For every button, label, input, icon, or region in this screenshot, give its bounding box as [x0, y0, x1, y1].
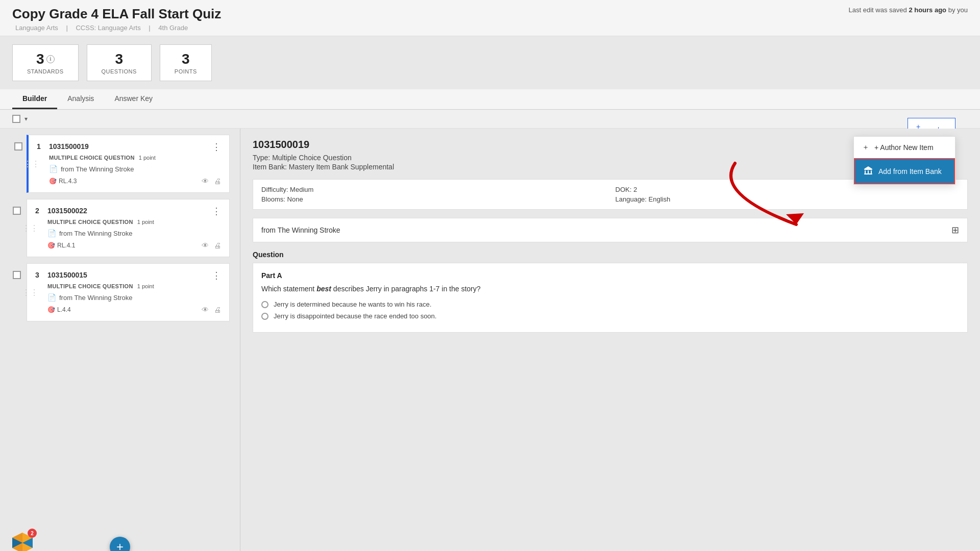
question-card-3[interactable]: ⋮⋮ 3 1031500015 ⋮ MULTIPLE CHOICE QUESTI…	[27, 263, 230, 321]
radio-2[interactable]	[261, 313, 268, 320]
preview-icon-2[interactable]: 👁	[202, 241, 209, 249]
detail-difficulty: Difficulty: Medium	[261, 186, 605, 193]
plus-icon: ＋	[862, 143, 869, 152]
question-section-title: Question	[253, 251, 968, 259]
tab-builder[interactable]: Builder	[12, 89, 57, 109]
svg-rect-2	[868, 170, 869, 173]
subtitle-part-3: 4th Grade	[158, 24, 188, 32]
page-subtitle: Language Arts | CCSS: Language Arts | 4t…	[12, 24, 968, 32]
bank-icon	[863, 165, 873, 177]
last-saved-info: Last edit was saved 2 hours ago by you	[849, 6, 968, 14]
question-list-panel: ⋮⋮ 1 1031500019 ⋮ MULTIPLE CHOICE QUESTI…	[0, 129, 240, 551]
card-3-menu-icon[interactable]: ⋮	[212, 271, 221, 280]
document-icon: 📄	[49, 165, 58, 173]
passage-box: from The Winning Stroke ⊞	[253, 218, 968, 242]
card-2-actions: 👁 🖨	[202, 241, 221, 249]
part-title: Part A	[261, 271, 959, 280]
chevron-down-icon[interactable]: ▾	[24, 115, 28, 122]
card-2-header: 2 1031500022 ⋮	[35, 207, 221, 216]
svg-rect-1	[865, 170, 866, 173]
card-3-standard: 🎯 L.4.4	[47, 306, 71, 313]
logo-area: 2	[10, 531, 35, 551]
tab-analysis[interactable]: Analysis	[57, 89, 104, 109]
card-2-standard: 🎯 RL.4.1	[47, 242, 75, 249]
add-question-button[interactable]: +	[110, 537, 130, 551]
detail-blooms: Blooms: None	[261, 195, 605, 203]
drag-handle-2[interactable]: ⋮⋮	[22, 223, 38, 233]
card-3-actions: 👁 🖨	[202, 306, 221, 314]
question-card-2[interactable]: ⋮⋮ 2 1031500022 ⋮ MULTIPLE CHOICE QUESTI…	[27, 199, 230, 257]
expand-icon[interactable]: ⊞	[951, 224, 959, 236]
subtitle-part-1: Language Arts	[15, 24, 58, 32]
card-1-source: 📄 from The Winning Stroke	[49, 165, 221, 173]
toolbar-wrapper: ▾ + Add Item ▲ ＋ + Author New Item	[0, 110, 980, 129]
top-bar: Last edit was saved 2 hours ago by you C…	[0, 0, 980, 36]
svg-marker-5	[864, 166, 872, 169]
add-from-item-bank-option[interactable]: Add from Item Bank	[854, 158, 955, 184]
toolbar-row: ▾ + Add Item ▲ ＋ + Author New Item	[0, 110, 980, 129]
logo-wrapper[interactable]: 2	[10, 531, 35, 551]
question-list-inner: ⋮⋮ 1 1031500019 ⋮ MULTIPLE CHOICE QUESTI…	[10, 135, 230, 321]
question-card-1[interactable]: ⋮⋮ 1 1031500019 ⋮ MULTIPLE CHOICE QUESTI…	[27, 135, 230, 193]
detail-dok: DOK: 2	[616, 186, 960, 193]
info-icon[interactable]: ℹ	[46, 55, 55, 63]
author-new-item-option[interactable]: ＋ + Author New Item	[854, 137, 955, 158]
radio-1[interactable]	[261, 301, 268, 308]
tabs-bar: Builder Analysis Answer Key	[0, 89, 980, 110]
card-3-footer: 🎯 L.4.4 👁 🖨	[47, 306, 221, 314]
standard-icon: 🎯	[49, 178, 57, 185]
card-1-footer: 🎯 RL.4.3 👁 🖨	[49, 177, 221, 185]
card-1-menu-icon[interactable]: ⋮	[212, 142, 221, 152]
add-item-dropdown: ＋ + Author New Item Add	[853, 136, 955, 185]
card-3-header: 3 1031500015 ⋮	[35, 271, 221, 280]
card-2-source: 📄 from The Winning Stroke	[47, 229, 221, 237]
select-all-checkbox[interactable]	[12, 115, 20, 123]
stats-row: 3 ℹ STANDARDS 3 QUESTIONS 3 POINTS	[12, 44, 968, 81]
detail-language: Language: English	[616, 195, 960, 203]
svg-rect-3	[871, 170, 872, 173]
card-1-actions: 👁 🖨	[202, 177, 221, 185]
stat-standards: 3 ℹ STANDARDS	[12, 44, 79, 81]
select-all-area: ▾	[12, 115, 28, 123]
card-1-standard: 🎯 RL.4.3	[49, 178, 77, 185]
print-icon[interactable]: 🖨	[214, 177, 221, 185]
answer-option-1: Jerry is determined because he wants to …	[261, 300, 959, 308]
standard-icon-2: 🎯	[47, 242, 55, 249]
passage-title: from The Winning Stroke	[261, 226, 340, 234]
card-2-menu-icon[interactable]: ⋮	[212, 207, 221, 216]
svg-rect-4	[864, 173, 872, 174]
card-1-type-row: MULTIPLE CHOICE QUESTION 1 point	[49, 155, 221, 161]
document-icon-2: 📄	[47, 229, 56, 237]
card-2-footer: 🎯 RL.4.1 👁 🖨	[47, 241, 221, 249]
stat-points: 3 POINTS	[160, 44, 212, 81]
detail-panel: 1031500019 Type: Multiple Choice Questio…	[240, 129, 980, 551]
card-3-left: 3 1031500015	[35, 271, 87, 279]
card-1-left: 1 1031500019	[37, 142, 89, 151]
standard-icon-3: 🎯	[47, 306, 55, 313]
card-2-left: 2 1031500022	[35, 207, 87, 215]
tab-answer-key[interactable]: Answer Key	[104, 89, 163, 109]
question-1-checkbox[interactable]	[14, 142, 22, 151]
card-1-header: 1 1031500019 ⋮	[37, 142, 221, 152]
card-2-type-row: MULTIPLE CHOICE QUESTION 1 point	[47, 219, 221, 225]
preview-icon[interactable]: 👁	[202, 177, 209, 185]
question-section: Question Part A Which statement best des…	[253, 251, 968, 333]
notification-badge: 2	[28, 529, 37, 538]
question-2-checkbox[interactable]	[13, 207, 21, 215]
answer-option-2: Jerry is disappointed because the race e…	[261, 312, 959, 320]
main-area: ⋮⋮ 1 1031500019 ⋮ MULTIPLE CHOICE QUESTI…	[0, 129, 980, 551]
print-icon-2[interactable]: 🖨	[214, 241, 221, 249]
drag-handle-3[interactable]: ⋮⋮	[22, 288, 38, 297]
card-3-source: 📄 from The Winning Stroke	[47, 293, 221, 302]
question-3-checkbox[interactable]	[13, 271, 21, 279]
card-3-type-row: MULTIPLE CHOICE QUESTION 1 point	[47, 283, 221, 289]
svg-rect-0	[864, 169, 872, 170]
page-title: Copy Grade 4 ELA Fall Start Quiz	[12, 6, 968, 22]
document-icon-3: 📄	[47, 293, 56, 302]
stat-questions: 3 QUESTIONS	[87, 44, 152, 81]
preview-icon-3[interactable]: 👁	[202, 306, 209, 314]
print-icon-3[interactable]: 🖨	[214, 306, 221, 314]
question-text: Which statement best describes Jerry in …	[261, 284, 959, 294]
drag-handle-1[interactable]: ⋮⋮	[23, 159, 40, 169]
subtitle-part-2: CCSS: Language Arts	[76, 24, 140, 32]
